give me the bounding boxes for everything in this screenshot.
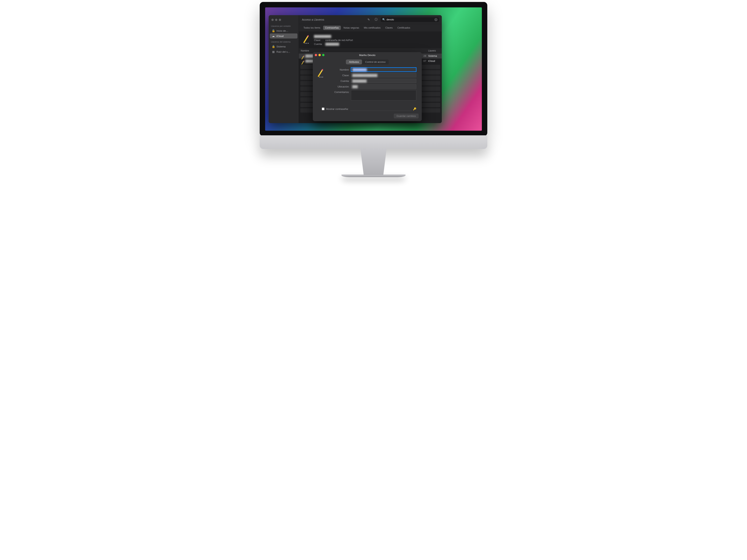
sheet-traffic-lights[interactable] (315, 54, 325, 56)
sidebar-item-login[interactable]: 🔓 Inicio de… (270, 28, 298, 33)
category-tabs: Todos los ítems Contraseñas Notas segura… (299, 24, 442, 32)
tab-secure-notes[interactable]: Notas seguras (342, 26, 361, 30)
class-label: Clase: (314, 38, 325, 42)
sidebar-item-system-roots[interactable]: ▦ Raíz del s… (270, 49, 298, 54)
traffic-zoom-icon[interactable] (279, 19, 281, 21)
password-field[interactable] (350, 107, 411, 111)
tab-all-items[interactable]: Todos los ítems (302, 26, 323, 30)
item-detail-header: ██████████ Clase: contraseña de red AirP… (299, 32, 442, 48)
window-title: Acceso a Llaveros (302, 18, 364, 21)
item-editor-sheet: Manhu Devolo Atributos Control de acceso (313, 52, 422, 121)
sidebar-item-label: Inicio de… (277, 29, 288, 32)
compose-icon[interactable]: ✎ (366, 17, 371, 22)
sheet-form: Nombre: ████████ Clase: ██████████████ C… (331, 68, 416, 105)
field-label-class: Clase: (331, 74, 350, 77)
class-value: contraseña de red AirPort (325, 39, 353, 42)
password-item-icon (301, 60, 303, 62)
search-input[interactable] (387, 18, 433, 21)
magnifier-icon: 🔍 (382, 18, 385, 21)
keychain-sidebar: Llaveros por omisión 🔓 Inicio de… ☁︎ iCl… (269, 15, 299, 123)
cloud-icon: ☁︎ (272, 34, 275, 37)
info-icon[interactable]: ⓘ (373, 17, 379, 22)
item-detail-fields: ██████████ Clase: contraseña de red AirP… (314, 34, 353, 46)
tab-certificates[interactable]: Certificados (395, 26, 412, 30)
show-password-checkbox[interactable] (322, 108, 325, 110)
tab-keys[interactable]: Claves (383, 26, 394, 30)
show-password-label: Mostrar contraseña: (326, 108, 349, 110)
row-keychain: Sistema (426, 53, 442, 58)
sheet-item-icon (316, 68, 328, 105)
search-field[interactable]: 🔍 ✕ (381, 17, 439, 22)
comments-field[interactable] (351, 90, 416, 101)
imac-chin (260, 135, 487, 149)
password-item-icon (301, 55, 303, 57)
sidebar-item-label: Sistema (277, 45, 286, 48)
traffic-minimize-icon[interactable] (318, 54, 321, 56)
sidebar-section-default: Llaveros por omisión (269, 23, 299, 28)
search-clear-icon[interactable]: ✕ (434, 18, 438, 21)
desktop-wallpaper: Llaveros por omisión 🔓 Inicio de… ☁︎ iCl… (265, 7, 482, 131)
traffic-close-icon[interactable] (272, 19, 274, 21)
imac-stand (353, 149, 394, 175)
window-traffic-lights[interactable] (269, 17, 299, 23)
field-label-account: Cuenta: (331, 80, 350, 82)
sheet-segmented-control: Atributos Control de acceso (313, 58, 422, 67)
account-label: Cuenta: (314, 42, 325, 46)
field-label-comments: Comentarios: (331, 90, 350, 94)
location-field[interactable]: ███ (351, 84, 416, 89)
segment-attributes[interactable]: Atributos (346, 59, 362, 64)
key-icon[interactable]: 🔑 (413, 107, 416, 110)
show-password-row: Mostrar contraseña: 🔑 (313, 105, 422, 111)
sidebar-item-label: iCloud (277, 35, 284, 37)
sidebar-item-system[interactable]: 🔒 Sistema (270, 44, 298, 49)
account-field[interactable]: ████████ (351, 79, 416, 83)
name-field[interactable]: ████████ (351, 68, 416, 72)
sidebar-section-system: Llaveros del sistema (269, 39, 299, 44)
traffic-close-icon[interactable] (315, 54, 317, 56)
sheet-title: Manhu Devolo (359, 54, 376, 57)
row-keychain: iCloud (426, 58, 442, 63)
window-titlebar: Acceso a Llaveros ✎ ⓘ 🔍 ✕ (299, 15, 442, 24)
traffic-zoom-icon[interactable] (322, 54, 325, 56)
account-value-redacted: ████████ (325, 43, 339, 46)
field-label-location: Ubicación: (331, 85, 350, 88)
sheet-titlebar: Manhu Devolo (313, 52, 422, 58)
segment-access-control[interactable]: Control de acceso (362, 59, 389, 64)
certificates-icon: ▦ (272, 50, 275, 53)
unlock-icon: 🔓 (272, 29, 275, 32)
save-changes-button[interactable]: Guardar cambios (394, 113, 419, 118)
class-field[interactable]: ██████████████ (351, 73, 416, 77)
tab-my-certificates[interactable]: Mis certificados (362, 26, 382, 30)
sidebar-item-label: Raíz del s… (277, 50, 290, 53)
sidebar-item-icloud[interactable]: ☁︎ iCloud (270, 33, 298, 38)
item-name-redacted: ██████████ (314, 35, 331, 38)
column-header-keychain[interactable]: Llavero (426, 48, 442, 53)
traffic-minimize-icon[interactable] (275, 19, 277, 21)
lock-icon: 🔒 (272, 45, 275, 48)
field-label-name: Nombre: (331, 68, 350, 71)
tab-passwords[interactable]: Contraseñas (323, 26, 341, 30)
password-item-icon (302, 34, 311, 44)
